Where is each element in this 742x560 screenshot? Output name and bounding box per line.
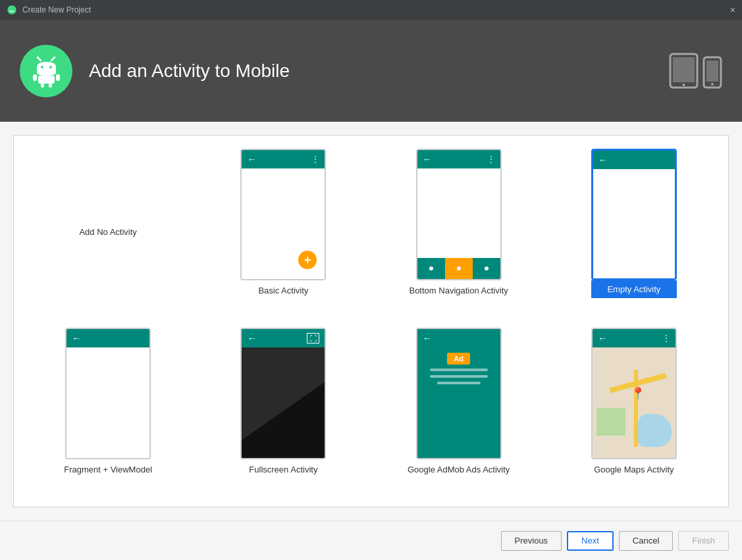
bottom-nav-body [417,168,500,258]
maps-toolbar: ← ⋮ [593,329,676,347]
empty-activity-card[interactable]: ← Empty Activity [553,149,715,315]
map-water-area [638,414,671,447]
menu-dots-icon: ⋮ [311,155,319,164]
svg-rect-9 [41,83,44,88]
fragment-preview: ← [65,328,151,459]
maps-label: Google Maps Activity [594,465,674,474]
svg-point-5 [49,66,52,68]
nav-dot-2 [457,267,461,270]
bottom-navigation [417,258,500,279]
svg-rect-15 [706,61,718,82]
back-arrow-icon: ← [247,154,256,165]
map-road-2 [634,370,638,447]
empty-body [593,169,675,278]
svg-point-13 [683,84,685,86]
nav-item-3 [473,258,500,279]
fullscreen-preview: ← ⛶ [240,328,326,459]
bottom-nav-card[interactable]: ← ⋮ Bottom Navigation Activity [378,149,540,315]
tablet-icon [669,53,699,89]
back-arrow-icon: ← [423,154,432,165]
fullscreen-label: Fullscreen Activity [249,465,317,474]
admob-label: Google AdMob Ads Activity [408,465,510,474]
fragment-activity-card[interactable]: ← Fragment + ViewModel [27,328,189,494]
nav-item-1 [417,258,445,279]
svg-rect-7 [33,74,37,81]
empty-activity-label: Empty Activity [591,280,677,298]
svg-rect-12 [673,57,695,82]
basic-activity-card[interactable]: ← ⋮ + Basic Activity [202,149,364,315]
next-button[interactable]: Next [567,531,614,551]
ad-banner: Ad [447,353,470,365]
ad-line-3 [437,382,481,384]
footer: Previous Next Cancel Finish [0,521,742,560]
back-arrow-icon: ← [247,333,256,344]
main-content: Add No Activity ← ⋮ + Basic Activity ← ⋮ [0,122,742,521]
fragment-body [66,347,149,458]
fullscreen-activity-card[interactable]: ← ⛶ Fullscreen Activity [202,328,364,494]
basic-activity-label: Basic Activity [258,286,308,295]
android-logo-icon [28,53,65,89]
basic-activity-preview: ← ⋮ + [240,149,326,280]
android-icon [7,5,17,15]
svg-point-0 [7,5,16,14]
finish-button[interactable]: Finish [678,531,729,551]
cancel-button[interactable]: Cancel [619,531,673,551]
no-activity-card[interactable]: Add No Activity [27,149,189,315]
nav-item-2 [445,258,473,279]
ad-line-2 [430,375,488,378]
fragment-label: Fragment + ViewModel [64,465,152,474]
header: Add an Activity to Mobile [0,20,742,122]
ad-line-1 [430,369,488,371]
basic-toolbar: ← ⋮ [242,150,325,168]
bottom-nav-label: Bottom Navigation Activity [409,286,508,295]
empty-activity-preview: ← [591,149,677,280]
empty-toolbar: ← [593,151,675,169]
phone-icon [702,56,722,89]
android-logo [20,45,72,97]
title-bar-text: Create New Project [22,5,91,14]
nav-dot-3 [485,267,489,270]
no-activity-label: Add No Activity [79,227,136,237]
svg-rect-6 [38,76,55,84]
admob-activity-card[interactable]: ← Ad Google AdMob Ads Activity [378,328,540,494]
svg-point-4 [41,66,43,68]
fab-button: + [298,251,317,269]
svg-point-16 [711,83,714,86]
activity-grid: Add No Activity ← ⋮ + Basic Activity ← ⋮ [13,135,729,507]
back-arrow-icon: ← [72,333,81,344]
map-pin-icon: 📍 [631,386,645,401]
device-icons [669,53,722,89]
admob-preview: ← Ad [416,328,502,459]
nav-dot-1 [429,267,433,270]
back-arrow-icon: ← [598,155,608,165]
bottom-nav-preview: ← ⋮ [416,149,502,280]
page-title: Add an Activity to Mobile [89,61,652,82]
fullscreen-icon: ⛶ [307,333,319,344]
map-background: 📍 [593,347,676,458]
maps-preview: ← ⋮ 📍 [591,328,677,459]
close-button[interactable]: × [730,5,735,14]
maps-activity-card[interactable]: ← ⋮ 📍 Google Maps Activity [553,328,715,494]
back-arrow-icon: ← [423,333,432,344]
fullscreen-toolbar: ← ⛶ [242,329,325,347]
fullscreen-body [242,347,325,458]
menu-dots-icon: ⋮ [487,155,495,164]
title-bar-left: Create New Project [7,5,91,15]
svg-rect-10 [49,83,52,88]
previous-button[interactable]: Previous [501,531,562,551]
maps-body: 📍 [593,347,676,458]
basic-body: + [242,168,325,279]
menu-dots-icon: ⋮ [662,334,670,343]
back-arrow-icon: ← [598,333,607,344]
admob-toolbar: ← [417,329,500,347]
map-green-area [596,408,625,436]
svg-rect-8 [56,74,60,81]
fragment-toolbar: ← [66,329,149,347]
admob-body: Ad [417,347,500,458]
bottom-nav-toolbar: ← ⋮ [417,150,500,168]
title-bar: Create New Project × [0,0,742,20]
